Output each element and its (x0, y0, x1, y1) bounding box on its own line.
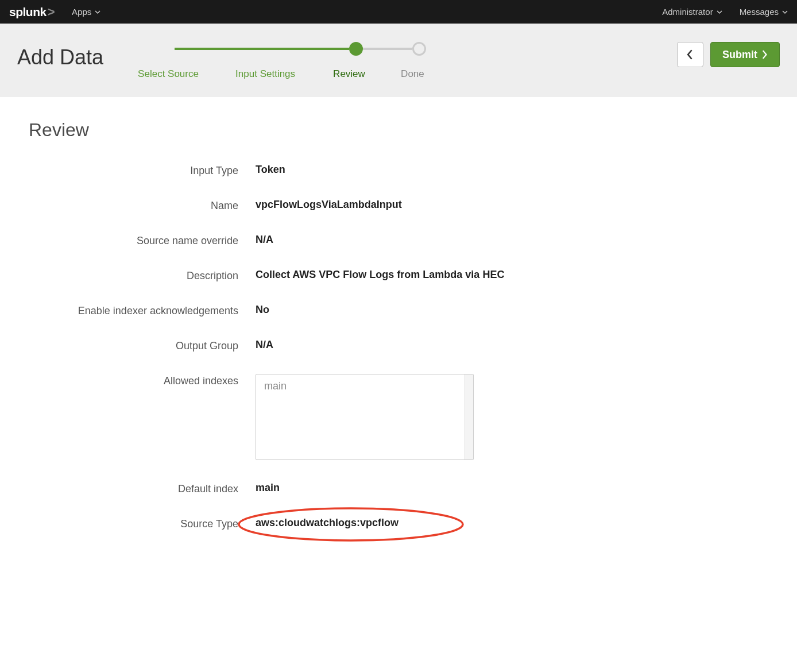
review-row-default-index: Default index main (29, 482, 768, 495)
review-value: aws:cloudwatchlogs:vpcflow (256, 517, 398, 529)
step-dot-future (412, 42, 426, 56)
apps-menu[interactable]: Apps (72, 7, 100, 17)
review-label: Allowed indexes (29, 374, 256, 387)
logo-text: splunk (9, 5, 47, 19)
topnav-right: Administrator Messages (662, 7, 788, 17)
review-heading: Review (29, 119, 768, 141)
messages-menu[interactable]: Messages (740, 7, 788, 17)
review-value: main (256, 482, 280, 494)
step-label-input-settings[interactable]: Input Settings (235, 68, 333, 80)
submit-button[interactable]: Submit (710, 42, 780, 67)
review-row-enable-ack: Enable indexer acknowledgements No (29, 304, 768, 317)
review-value: vpcFlowLogsViaLambdaInput (256, 199, 402, 211)
stepper: Select Source Input Settings Review Done (138, 42, 447, 80)
allowed-indexes-value: main (264, 380, 287, 392)
review-value: Collect AWS VPC Flow Logs from Lambda vi… (256, 269, 504, 281)
review-label: Source Type (29, 517, 256, 530)
chevron-down-icon (95, 9, 100, 15)
topnav-left: splunk> Apps (9, 5, 100, 20)
review-label: Name (29, 199, 256, 212)
step-label-done: Done (401, 68, 447, 80)
chevron-down-icon (782, 9, 788, 15)
review-value: No (256, 304, 269, 316)
review-value: N/A (256, 234, 273, 246)
chevron-right-icon (761, 50, 768, 59)
allowed-indexes-listbox[interactable]: main (256, 374, 474, 460)
page-title: Add Data (17, 45, 103, 69)
topnav: splunk> Apps Administrator Messages (0, 0, 797, 24)
back-button[interactable] (677, 42, 703, 67)
logo[interactable]: splunk> (9, 5, 55, 20)
review-row-output-group: Output Group N/A (29, 339, 768, 352)
review-row-name: Name vpcFlowLogsViaLambdaInput (29, 199, 768, 212)
main-content: Review Input Type Token Name vpcFlowLogs… (0, 96, 797, 586)
submit-button-label: Submit (722, 49, 757, 61)
review-label: Default index (29, 482, 256, 495)
step-line-incomplete (363, 48, 412, 50)
review-value: N/A (256, 339, 273, 351)
review-row-source-name-override: Source name override N/A (29, 234, 768, 247)
highlighted-value-wrapper: aws:cloudwatchlogs:vpcflow (256, 517, 398, 529)
review-row-source-type: Source Type aws:cloudwatchlogs:vpcflow (29, 517, 768, 530)
review-label: Output Group (29, 339, 256, 352)
review-label: Source name override (29, 234, 256, 247)
administrator-menu-label: Administrator (662, 7, 713, 17)
administrator-menu[interactable]: Administrator (662, 7, 722, 17)
messages-menu-label: Messages (740, 7, 779, 17)
apps-menu-label: Apps (72, 7, 91, 17)
review-label: Description (29, 269, 256, 282)
subheader: Add Data Select Source Input Settings Re… (0, 24, 797, 96)
subheader-actions: Submit (677, 42, 780, 67)
review-row-description: Description Collect AWS VPC Flow Logs fr… (29, 269, 768, 282)
logo-angle-icon: > (48, 5, 55, 20)
review-label: Enable indexer acknowledgements (29, 304, 256, 317)
chevron-down-icon (717, 9, 722, 15)
step-line (175, 48, 264, 50)
chevron-left-icon (686, 49, 694, 60)
step-dot-current (349, 42, 363, 56)
step-label-review[interactable]: Review (333, 68, 396, 80)
review-value: Token (256, 164, 285, 176)
review-row-allowed-indexes: Allowed indexes main (29, 374, 768, 460)
stepper-labels: Select Source Input Settings Review Done (138, 61, 447, 80)
review-row-input-type: Input Type Token (29, 164, 768, 177)
step-label-select-source[interactable]: Select Source (138, 68, 235, 80)
step-line (264, 48, 349, 50)
review-label: Input Type (29, 164, 256, 177)
stepper-track (138, 42, 447, 56)
